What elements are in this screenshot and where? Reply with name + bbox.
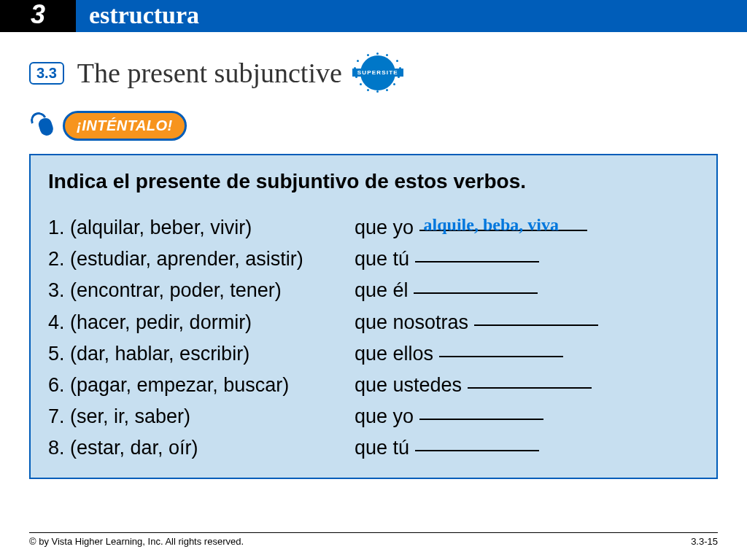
answer-blank[interactable] [419, 400, 543, 420]
exercise-item: 5. (dar, hablar, escribir)que ellos [48, 338, 699, 370]
prompt-text: que nosotras [355, 311, 474, 333]
try-it-row: ¡INTÉNTALO! [32, 111, 747, 141]
supersite-label: SUPERSITE [352, 69, 403, 77]
try-it-badge: ¡INTÉNTALO! [63, 111, 187, 141]
answer-blank[interactable] [468, 369, 592, 389]
copyright-text: © by Vista Higher Learning, Inc. All rig… [29, 536, 244, 547]
supersite-icon: SUPERSITE [352, 52, 403, 93]
item-verbs: 8. (estar, dar, oír) [48, 432, 355, 464]
exercise-item: 8. (estar, dar, oír)que tú [48, 432, 699, 464]
prompt-text: que tú [355, 248, 415, 270]
section-number-badge: 3.3 [29, 62, 64, 85]
item-verbs: 2. (estudiar, aprender, asistir) [48, 244, 355, 275]
answer-blank[interactable] [414, 274, 538, 294]
item-verbs: 7. (ser, ir, saber) [48, 401, 355, 432]
item-verbs: 6. (pagar, empezar, buscar) [48, 370, 355, 401]
exercise-item: 4. (hacer, pedir, dormir)que nosotras [48, 307, 699, 338]
item-prompt: que yo alquile, beba, viva [355, 212, 587, 244]
exercise-box: Indica el presente de subjuntivo de esto… [29, 154, 718, 479]
item-verbs: 5. (dar, hablar, escribir) [48, 338, 355, 370]
chapter-number: 3 [0, 0, 76, 32]
prompt-text: que él [355, 279, 414, 301]
exercise-items: 1. (alquilar, beber, vivir)que yo alquil… [48, 212, 699, 464]
item-prompt: que yo [355, 401, 543, 432]
item-prompt: que ustedes [355, 370, 592, 401]
prompt-text: que yo [355, 405, 419, 427]
section-row: 3.3 The present subjunctive SUPERSITE [29, 52, 747, 93]
prompt-text: que yo [355, 217, 419, 238]
filled-answer: alquile, beba, viva [424, 211, 559, 238]
prompt-text: que tú [355, 437, 415, 459]
prompt-text: que ellos [355, 343, 439, 365]
header-title: estructura [76, 0, 747, 32]
exercise-item: 2. (estudiar, aprender, asistir)que tú [48, 244, 699, 275]
item-prompt: que nosotras [355, 307, 598, 338]
footer: © by Vista Higher Learning, Inc. All rig… [29, 532, 718, 547]
mouse-icon [32, 114, 57, 139]
exercise-item: 3. (encontrar, poder, tener)que él [48, 275, 699, 306]
item-verbs: 3. (encontrar, poder, tener) [48, 275, 355, 306]
prompt-text: que ustedes [355, 374, 468, 396]
exercise-item: 6. (pagar, empezar, buscar)que ustedes [48, 370, 699, 401]
item-prompt: que tú [355, 432, 539, 464]
item-verbs: 1. (alquilar, beber, vivir) [48, 212, 355, 244]
answer-blank[interactable] [439, 338, 563, 357]
header-bar: 3 estructura [0, 0, 747, 32]
item-verbs: 4. (hacer, pedir, dormir) [48, 307, 355, 338]
item-prompt: que él [355, 275, 538, 306]
answer-blank[interactable] [474, 306, 598, 326]
exercise-item: 1. (alquilar, beber, vivir)que yo alquil… [48, 212, 699, 244]
answer-blank[interactable] [415, 243, 539, 262]
exercise-item: 7. (ser, ir, saber)que yo [48, 401, 699, 432]
item-prompt: que ellos [355, 338, 563, 370]
page-number: 3.3-15 [691, 536, 718, 547]
answer-blank[interactable] [415, 432, 539, 451]
exercise-instruction: Indica el presente de subjuntivo de esto… [48, 170, 699, 193]
item-prompt: que tú [355, 244, 539, 275]
section-title: The present subjunctive [77, 57, 342, 89]
